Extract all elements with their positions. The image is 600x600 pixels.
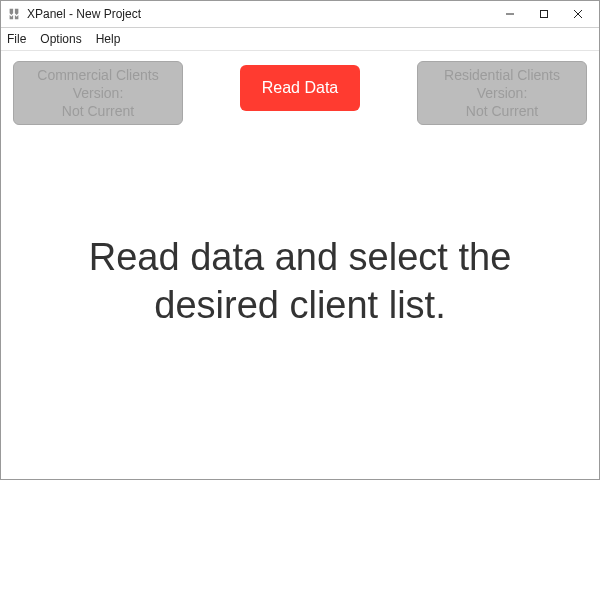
toolbar: Commercial Clients Version: Not Current … <box>1 51 599 131</box>
residential-line3: Not Current <box>466 102 538 120</box>
minimize-icon <box>505 9 515 19</box>
menu-options[interactable]: Options <box>40 32 81 46</box>
residential-clients-button[interactable]: Residential Clients Version: Not Current <box>417 61 587 125</box>
read-data-button[interactable]: Read Data <box>240 65 360 111</box>
close-icon <box>573 9 583 19</box>
window-title: XPanel - New Project <box>27 7 493 21</box>
titlebar[interactable]: XPanel - New Project <box>1 1 599 28</box>
close-button[interactable] <box>561 3 595 25</box>
residential-line1: Residential Clients <box>444 66 560 84</box>
app-icon <box>7 7 21 21</box>
residential-line2: Version: <box>477 84 528 102</box>
maximize-button[interactable] <box>527 3 561 25</box>
menu-help[interactable]: Help <box>96 32 121 46</box>
window-controls <box>493 3 595 25</box>
minimize-button[interactable] <box>493 3 527 25</box>
commercial-clients-button[interactable]: Commercial Clients Version: Not Current <box>13 61 183 125</box>
svg-rect-1 <box>541 11 548 18</box>
commercial-line2: Version: <box>73 84 124 102</box>
menu-file[interactable]: File <box>7 32 26 46</box>
maximize-icon <box>539 9 549 19</box>
instruction-message: Read data and select the desired client … <box>1 131 599 431</box>
commercial-line3: Not Current <box>62 102 134 120</box>
menubar: File Options Help <box>1 28 599 51</box>
commercial-line1: Commercial Clients <box>37 66 158 84</box>
app-window: XPanel - New Project File Options Help C… <box>0 0 600 480</box>
